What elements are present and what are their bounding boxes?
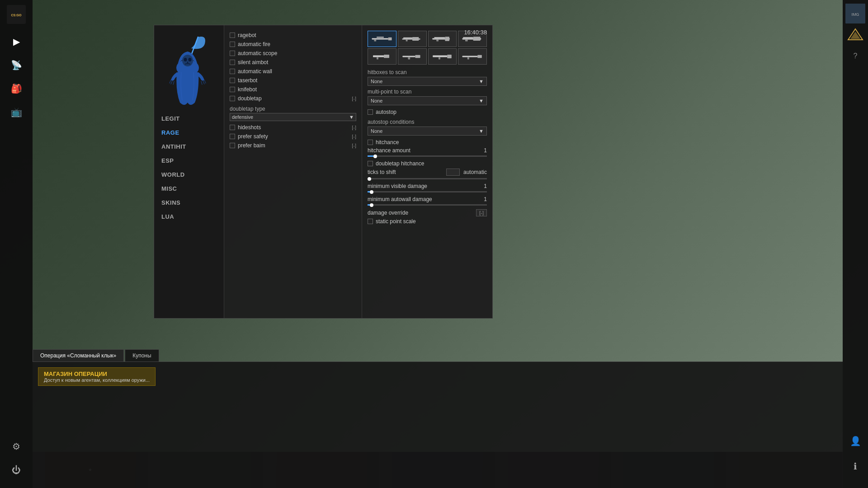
- tv-icon[interactable]: 📺: [5, 101, 27, 123]
- hitchance-checkbox[interactable]: [368, 140, 373, 145]
- svg-rect-31: [463, 37, 473, 38]
- nav-legit[interactable]: LEGIT: [154, 112, 224, 126]
- svg-point-9: [184, 58, 187, 61]
- user-icon[interactable]: 👤: [844, 430, 866, 452]
- buy-pass-banner[interactable]: МАГАЗИН ОПЕРАЦИИ Доступ к новым агентам,…: [38, 367, 156, 386]
- ticks-input[interactable]: [446, 169, 460, 176]
- prefer-baim-checkbox[interactable]: [230, 143, 235, 148]
- briefcase-icon[interactable]: 🎒: [5, 78, 27, 99]
- static-point-checkbox[interactable]: [368, 219, 373, 224]
- tab-operation[interactable]: Операция «Сломанный клык»: [33, 349, 124, 361]
- prefer-safety-checkbox[interactable]: [230, 134, 235, 139]
- right-sidebar: IMG ? 👤 ℹ: [843, 0, 868, 488]
- nav-esp[interactable]: ESP: [154, 154, 224, 168]
- weapon-pistol2[interactable]: [398, 48, 427, 65]
- silent-aimbot-checkbox[interactable]: [230, 60, 235, 65]
- knifebot-label: knifebot: [238, 86, 356, 93]
- auto-fire-checkbox[interactable]: [230, 42, 235, 47]
- min-visible-label: minimum visible damage: [368, 183, 427, 189]
- prefer-baim-row: prefer baim [-]: [230, 141, 356, 150]
- knifebot-checkbox[interactable]: [230, 87, 235, 92]
- play-icon[interactable]: ▶: [5, 31, 27, 52]
- min-autowall-row: minimum autowall damage 1: [368, 195, 487, 203]
- question-icon[interactable]: ?: [844, 45, 866, 67]
- auto-scope-row: automatic scope: [230, 49, 356, 58]
- hitchance-label: hitchance: [376, 139, 399, 145]
- ragebot-checkbox[interactable]: [230, 33, 235, 38]
- nav-rage[interactable]: RAGE: [154, 126, 224, 140]
- buy-pass-sub: Доступ к новым агентам, коллекциям оружи…: [44, 377, 150, 383]
- ticks-slider[interactable]: [368, 178, 487, 179]
- doubletap-type-select[interactable]: defensive ▼: [230, 113, 356, 121]
- hideshots-keybind[interactable]: [-]: [352, 125, 356, 130]
- svg-point-8: [182, 55, 193, 66]
- autostop-conditions-label: autostop conditions: [368, 119, 487, 125]
- ragebot-label: ragebot: [238, 32, 356, 38]
- damage-override-row: damage override [-]: [368, 208, 487, 217]
- weapon-pistol3[interactable]: [428, 48, 457, 65]
- svg-rect-42: [439, 57, 440, 60]
- weapon-pistol1[interactable]: [368, 48, 396, 65]
- auto-wall-checkbox[interactable]: [230, 69, 235, 74]
- hideshots-checkbox[interactable]: [230, 125, 235, 130]
- doubletap-row: doubletap [-]: [230, 94, 356, 103]
- doubletap-keybind[interactable]: [-]: [352, 96, 356, 101]
- doubletap-hitchance-label: doubletap hitchance: [376, 160, 424, 167]
- weapon-rifle3[interactable]: [428, 31, 457, 47]
- doubletap-checkbox[interactable]: [230, 96, 235, 101]
- tab-coupons[interactable]: Купоны: [125, 349, 159, 361]
- prefer-baim-keybind[interactable]: [-]: [352, 143, 356, 148]
- taserbot-checkbox[interactable]: [230, 78, 235, 83]
- svg-line-13: [171, 81, 172, 84]
- hideshots-label: hideshots: [238, 124, 349, 131]
- prefer-safety-keybind[interactable]: [-]: [352, 134, 356, 139]
- hitboxes-select[interactable]: None ▼: [368, 77, 487, 86]
- nav-skins[interactable]: SKINS: [154, 196, 224, 210]
- left-content-panel: ragebot automatic fire automatic scope s…: [224, 25, 362, 318]
- nav-antihit[interactable]: ANTIHIT: [154, 140, 224, 154]
- info-icon[interactable]: ℹ: [844, 455, 866, 477]
- static-point-row: static point scale: [368, 217, 487, 225]
- damage-override-keybind[interactable]: [-]: [476, 209, 487, 216]
- reaper-logo: [164, 33, 214, 103]
- doubletap-hitchance-row: doubletap hitchance: [368, 160, 487, 168]
- antenna-icon[interactable]: 📡: [5, 54, 27, 76]
- csgo-logo[interactable]: CS:GO: [5, 4, 27, 25]
- autostop-conditions-select[interactable]: None ▼: [368, 127, 487, 136]
- svg-rect-27: [434, 37, 445, 38]
- doubletap-hitchance-checkbox[interactable]: [368, 161, 373, 166]
- silent-aimbot-label: silent aimbot: [238, 59, 356, 66]
- auto-wall-label: automatic wall: [238, 68, 356, 75]
- min-visible-slider[interactable]: [368, 191, 487, 192]
- weapon-rifle2[interactable]: [398, 31, 427, 47]
- multipoint-label: multi-point to scan: [368, 89, 487, 95]
- hitchance-amount-slider[interactable]: [368, 155, 487, 157]
- svg-rect-29: [437, 40, 439, 42]
- nav-misc[interactable]: MISC: [154, 182, 224, 196]
- nav-world[interactable]: WORLD: [154, 168, 224, 182]
- weapon-rifle1[interactable]: [368, 31, 396, 47]
- auto-fire-label: automatic fire: [238, 41, 356, 47]
- svg-line-17: [201, 81, 202, 84]
- gear-icon[interactable]: ⚙: [5, 436, 27, 457]
- bottom-content: МАГАЗИН ОПЕРАЦИИ Доступ к новым агентам,…: [33, 361, 843, 488]
- auto-scope-checkbox[interactable]: [230, 51, 235, 56]
- svg-rect-25: [406, 40, 407, 42]
- svg-rect-19: [388, 38, 392, 40]
- weapon-pistol4[interactable]: [458, 48, 487, 65]
- auto-wall-row: automatic wall: [230, 67, 356, 76]
- min-autowall-label: minimum autowall damage: [368, 196, 432, 202]
- autostop-checkbox[interactable]: [368, 109, 373, 115]
- min-autowall-value: 1: [484, 196, 487, 202]
- svg-rect-23: [403, 38, 412, 38]
- svg-rect-39: [408, 57, 410, 60]
- power-icon[interactable]: ⏻: [5, 459, 27, 481]
- damage-override-label: damage override: [368, 210, 408, 216]
- min-visible-row: minimum visible damage 1: [368, 182, 487, 190]
- avatar: IMG: [845, 4, 865, 23]
- multipoint-select[interactable]: None ▼: [368, 96, 487, 105]
- min-autowall-slider[interactable]: [368, 204, 487, 206]
- svg-text:CS:GO: CS:GO: [11, 14, 22, 17]
- nav-lua[interactable]: LUA: [154, 210, 224, 224]
- min-visible-value: 1: [484, 183, 487, 189]
